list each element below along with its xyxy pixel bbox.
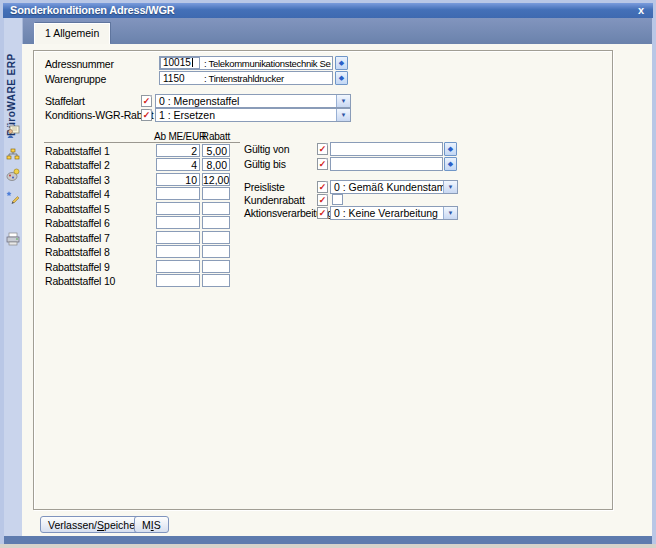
button-label-part: Verlassen/ [48,519,97,531]
dropdown-arrow-icon[interactable]: ▼ [336,109,350,121]
staffelart-checked-note-icon[interactable]: ✓ [141,95,152,107]
gueltig-von-checked-note-icon[interactable]: ✓ [317,143,328,155]
window-bottom-frame [4,536,652,544]
rabattstaffel-ab-field[interactable] [156,187,200,200]
rabattstaffel-row-label: Rabattstaffel 7 [45,232,110,244]
kundenrabatt-label: Kundenrabatt [244,194,305,206]
rabattstaffel-ab-field[interactable] [156,231,200,244]
rabattstaffel-row-label: Rabattstaffel 4 [45,188,110,200]
staffelart-value: 0 : Mengenstaffel [159,95,239,107]
column-header-rabatt: Rabatt [198,131,234,142]
rabattstaffel-rabatt-field[interactable] [202,231,230,244]
rabattstaffel-rabatt-field[interactable] [202,274,230,287]
rabattstaffel-rabatt-field[interactable] [202,187,230,200]
gueltig-von-field[interactable] [330,142,443,156]
kundenrabatt-checked-note-icon[interactable]: ✓ [317,194,328,206]
rabattstaffel-ab-field[interactable]: 2 [156,144,200,157]
window-title: Sonderkonditionen Adress/WGR [10,4,175,16]
rabattstaffel-row-label: Rabattstaffel 8 [45,246,110,258]
staffelart-dropdown[interactable]: 0 : Mengenstaffel ▼ [155,94,351,108]
adressnummer-lookup-button[interactable]: ◆ [335,56,348,70]
text-caret [192,58,193,67]
konditions-wgr-rabatt-dropdown[interactable]: 1 : Ersetzen ▼ [155,108,351,122]
form-panel: Adressnummer 10015 : Telekommunikationst… [33,50,613,510]
rabattstaffel-row-label: Rabattstaffel 2 [45,159,110,171]
button-label-part: M [142,519,151,531]
adressnummer-description: : Telekommunikationstechnik Seip / Nürnb… [204,58,331,69]
gueltig-bis-lookup-button[interactable]: ◆ [444,157,457,171]
konditions-checked-note-icon[interactable]: ✓ [141,109,152,121]
org-chart-icon[interactable] [6,148,20,162]
adressnummer-field[interactable]: 10015 : Telekommunikationstechnik Seip /… [159,56,333,70]
rabattstaffel-ab-field[interactable]: 4 [156,158,200,171]
button-label-part: S [154,519,161,531]
konditions-wgr-rabatt-value: 1 : Ersetzen [159,109,215,121]
rabattstaffel-rabatt-field[interactable]: 5,00 [202,144,230,157]
preisliste-label: Preisliste [244,181,285,193]
close-icon[interactable]: x [638,3,644,18]
dropdown-arrow-icon[interactable]: ▼ [443,207,457,219]
warengruppe-description: : Tintenstrahldrucker [204,73,331,84]
aktionsverarbeitung-checked-note-icon[interactable]: ✓ [317,207,328,219]
sidebar: BüroWARE ERP [4,18,23,536]
printer-icon[interactable] [6,232,20,246]
preisliste-value: 0 : Gemäß Kundenstamm [334,181,454,193]
staffelart-label: Staffelart [45,95,85,107]
warengruppe-lookup-button[interactable]: ◆ [335,71,348,85]
button-accesskey: S [97,519,104,531]
desktop-edge [0,544,656,548]
tab-allgemein[interactable]: 1 Allgemein [34,23,110,44]
content-area: Adressnummer 10015 : Telekommunikationst… [22,44,652,536]
tab-strip: 1 Allgemein [22,18,652,44]
gueltig-bis-label: Gültig bis [244,158,286,170]
rabattstaffel-rabatt-field[interactable] [202,245,230,258]
palette-icon[interactable] [6,168,20,182]
rabattstaffel-rabatt-field[interactable] [202,216,230,229]
rabattstaffel-ab-field[interactable] [156,260,200,273]
rabattstaffel-row-label: Rabattstaffel 5 [45,203,110,215]
rabattstaffel-rabatt-field[interactable] [202,202,230,215]
rabattstaffel-row-label: Rabattstaffel 3 [45,174,110,186]
warengruppe-label: Warengruppe [45,73,106,85]
rabattstaffel-ab-field[interactable] [156,216,200,229]
aktionsverarbeitung-value: 0 : Keine Verarbeitung [334,207,438,219]
preisliste-dropdown[interactable]: 0 : Gemäß Kundenstamm ▼ [330,180,458,194]
gueltig-bis-checked-note-icon[interactable]: ✓ [317,158,328,170]
rabattstaffel-row-label: Rabattstaffel 10 [45,275,115,287]
warengruppe-value: 1150 [163,73,185,84]
window-titlebar[interactable]: Sonderkonditionen Adress/WGR x [3,3,653,18]
column-header-ab-me-eur: Ab ME/EUR [154,131,202,142]
adressnummer-label: Adressnummer [45,58,114,70]
adressnummer-code-input[interactable]: 10015 [160,57,200,69]
rabattstaffel-row-label: Rabattstaffel 9 [45,261,110,273]
rabattstaffel-ab-field[interactable]: 10 [156,173,200,186]
column-divider [44,142,240,143]
edit-pencil-icon[interactable] [6,190,20,204]
rabattstaffel-ab-field[interactable] [156,202,200,215]
aktionsverarbeitung-dropdown[interactable]: 0 : Keine Verarbeitung ▼ [330,206,458,220]
preisliste-checked-note-icon[interactable]: ✓ [317,181,328,193]
rabattstaffel-rabatt-field[interactable] [202,260,230,273]
kundenrabatt-checkbox[interactable] [332,194,343,205]
rabattstaffel-rabatt-field[interactable]: 12,00 [202,173,230,186]
dropdown-arrow-icon[interactable]: ▼ [336,95,350,107]
gueltig-bis-field[interactable] [330,157,443,171]
gueltig-von-label: Gültig von [244,143,289,155]
rabattstaffel-row-label: Rabattstaffel 6 [45,217,110,229]
rabattstaffel-rabatt-field[interactable]: 8,00 [202,158,230,171]
rabattstaffel-ab-field[interactable] [156,274,200,287]
mis-button[interactable]: MIS [134,516,169,533]
konditions-wgr-rabatt-label: Konditions-WGR-Rabatt [45,109,153,121]
rabattstaffel-row-label: Rabattstaffel 1 [45,145,110,157]
brand-vertical-label: BüroWARE ERP [6,26,20,136]
user-presentation-icon[interactable] [6,125,20,139]
dropdown-arrow-icon[interactable]: ▼ [443,181,457,193]
gueltig-von-lookup-button[interactable]: ◆ [444,142,457,156]
sonderkonditionen-window: Sonderkonditionen Adress/WGR x 1 Allgeme… [0,0,656,548]
rabattstaffel-ab-field[interactable] [156,245,200,258]
warengruppe-field[interactable]: 1150 : Tintenstrahldrucker [159,71,333,85]
adressnummer-value: 10015 [163,57,191,68]
